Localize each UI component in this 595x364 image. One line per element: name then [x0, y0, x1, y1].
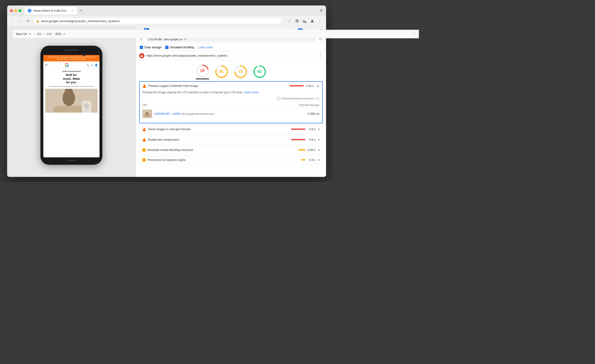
third-party-checkbox[interactable]	[277, 97, 280, 100]
svg-rect-5	[297, 21, 298, 22]
score-20-value: 20	[200, 69, 205, 73]
audit-chevron-3: ▾	[318, 138, 320, 141]
audit-text-compression-title: Enable text compression	[148, 138, 289, 141]
back-button[interactable]: ←	[10, 18, 16, 24]
gauge-81: 81	[215, 65, 228, 78]
simulated-throttling-checkbox[interactable]: ✓ Simulated throttling	[165, 46, 194, 49]
options-learn-more-link[interactable]: Learn more	[198, 46, 212, 49]
lh-scores: 20 81	[136, 60, 326, 81]
svg-text:G: G	[28, 9, 30, 12]
audit-bar-container-2: 0.9 s	[291, 128, 315, 131]
svg-point-15	[85, 109, 88, 113]
audit-chevron-4: ▾	[318, 148, 320, 152]
resource-domain: (lh3.googleusercontent.com)	[181, 112, 214, 115]
audit-bar-container: 2.43 s	[289, 84, 314, 88]
third-party-count: (1)	[316, 97, 319, 100]
third-party-label: Show 3rd-party resources	[282, 97, 314, 100]
browser-viewport: Moto G4 ▼ × 360 × 640 65% ▼ ⋮ There's st…	[7, 26, 136, 177]
address-bar: ← → ↻ 🔒 store.google.com/category/audio_…	[7, 16, 326, 26]
resource-savings: 2,430 ms	[308, 112, 319, 115]
downloads-button[interactable]	[319, 8, 323, 13]
resource-thumbnail	[142, 109, 152, 118]
clear-storage-checkbox-box: ✓	[140, 46, 143, 49]
cast-button[interactable]	[301, 18, 308, 24]
viewport-height[interactable]: 640	[47, 32, 52, 36]
audit-preconnect-time: 0.3 s	[307, 158, 315, 162]
svg-rect-4	[296, 21, 297, 22]
lh-report-url-row: ! https://store.google.com/category/audi…	[136, 51, 326, 60]
svg-text:!: !	[142, 55, 142, 57]
active-tab[interactable]: G Home Stereo & Audio Entertain ×	[25, 7, 77, 14]
zoom-dropdown[interactable]: ▼	[63, 33, 65, 35]
audit-chevron-up: ▲	[317, 84, 319, 88]
minimize-traffic-light[interactable]	[14, 9, 17, 12]
tab-close-button[interactable]: ×	[71, 9, 74, 12]
close-traffic-light[interactable]	[10, 9, 13, 12]
tab-bar: G Home Stereo & Audio Entertain × +	[25, 7, 323, 14]
viewport-width[interactable]: 360	[37, 32, 41, 36]
zoom-selector[interactable]: 65%	[56, 32, 61, 36]
new-tab-button[interactable]: +	[78, 7, 85, 14]
traffic-lights	[10, 9, 21, 12]
score-performance: 20	[196, 64, 209, 79]
more-button[interactable]: ⋮	[317, 18, 323, 24]
address-input[interactable]: 🔒 store.google.com/category/audio_entert…	[33, 18, 282, 24]
audit-bar-container-5: 0.3 s	[301, 158, 315, 162]
emulation-sep2: ×	[43, 32, 45, 36]
phone-hero-subtitle: Get started with audio packages that fit…	[45, 85, 98, 87]
phone-nav: ☰ 🔍 🛒 👤	[43, 61, 99, 69]
maximize-traffic-light[interactable]	[19, 9, 21, 12]
audit-red-icon	[142, 84, 146, 88]
lh-report-more-button[interactable]: ⋮	[319, 53, 323, 58]
phone-banner: There's still time. Get free two-day shi…	[43, 55, 99, 62]
lh-table-header: URL Potential Savings	[142, 103, 319, 107]
audit-text-compression-time: 0.9 s	[307, 138, 315, 141]
audit-text-compression-header[interactable]: Enable text compression 0.9 s ▾	[140, 136, 322, 144]
audit-red-bar	[289, 85, 304, 86]
audit-render-blocking: Eliminate render-blocking resources 0.49…	[139, 146, 323, 154]
gauge-20: 20	[196, 64, 209, 78]
browser-window: G Home Stereo & Audio Entertain × + ← → …	[7, 6, 326, 177]
col-savings: Potential Savings	[299, 104, 319, 107]
reload-button[interactable]: ↻	[25, 18, 31, 24]
profile-button[interactable]	[309, 18, 316, 24]
hero-person	[45, 89, 98, 113]
audit-preconnect-title: Preconnect to required origins	[148, 158, 299, 162]
audit-preconnect-header[interactable]: Preconnect to required origins 0.3 s ▾	[140, 156, 322, 164]
audit-render-blocking-title: Eliminate render-blocking resources	[148, 148, 296, 152]
lh-audit-section: Preload Largest Contentful Paint image 2…	[136, 81, 326, 164]
lock-icon: 🔒	[36, 19, 40, 23]
audit-render-blocking-header[interactable]: Eliminate render-blocking resources 0.49…	[140, 146, 322, 154]
audit-lcp-header[interactable]: Preload Largest Contentful Paint image 2…	[140, 82, 322, 90]
bookmark-button[interactable]: ☆	[286, 18, 293, 24]
audit-next-gen-time: 0.9 s	[307, 128, 315, 131]
lh-warning-icon: !	[139, 53, 144, 58]
forward-button[interactable]: →	[18, 18, 23, 24]
device-selector[interactable]: Moto G4	[16, 32, 27, 36]
audit-red-bar-2	[291, 128, 305, 130]
lh-table-row: /rbNNiE4oM...=w680 (lh3.googleuserconten…	[142, 107, 319, 120]
lh-table: URL Potential Savings	[142, 103, 319, 120]
gauge-73: 73	[234, 65, 247, 78]
svg-rect-2	[296, 20, 297, 21]
audit-learn-more-link[interactable]: Learn more	[243, 91, 258, 94]
clear-storage-checkbox[interactable]: ✓ Clear storage	[140, 46, 161, 49]
audit-red-icon-3	[142, 138, 146, 142]
audit-next-gen-title: Serve images in next-gen formats	[148, 128, 289, 131]
audit-next-gen-header[interactable]: Serve images in next-gen formats 0.9 s ▾	[140, 125, 322, 134]
phone-hero-title: Built for music. Made for you.	[45, 73, 98, 85]
active-indicator	[196, 79, 209, 79]
audit-preconnect: Preconnect to required origins 0.3 s ▾	[139, 156, 323, 164]
address-text: store.google.com/category/audio_entertai…	[41, 19, 279, 23]
score-81: 81	[215, 65, 228, 78]
audit-yellow-bar-4	[298, 149, 305, 150]
audit-render-blocking-time: 0.49 s	[307, 148, 315, 152]
third-party-row: Show 3rd-party resources (1)	[142, 97, 319, 100]
audit-lcp-image: Preload Largest Contentful Paint image 2…	[139, 81, 323, 123]
device-dropdown[interactable]: ▼	[29, 33, 31, 35]
account-icon: 👤	[95, 64, 98, 66]
google-logo	[49, 63, 85, 67]
extension-button[interactable]	[294, 18, 300, 24]
phone-mockup: There's still time. Get free two-day shi…	[41, 46, 102, 165]
svg-point-28	[145, 112, 148, 115]
